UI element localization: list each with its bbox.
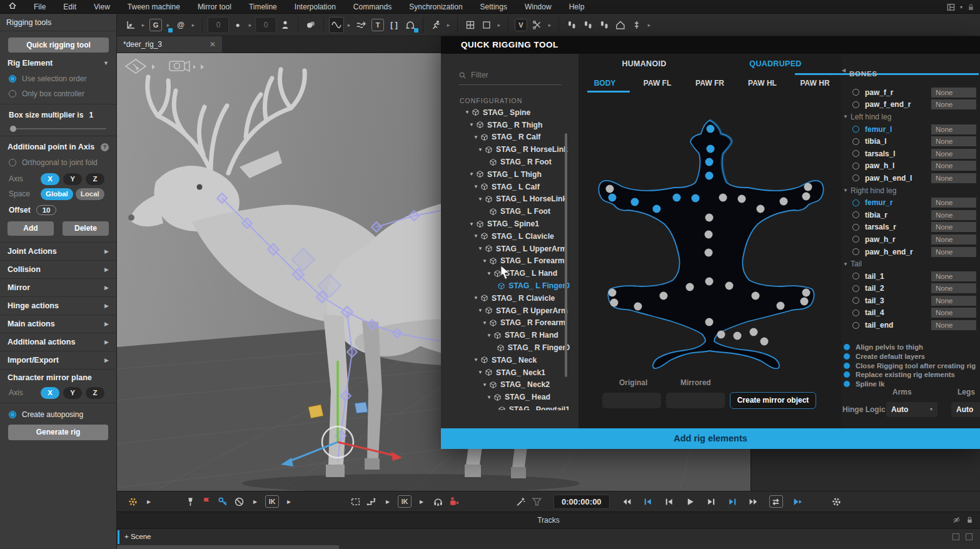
- menu-commands[interactable]: Commands: [345, 0, 400, 14]
- audio-sync-icon[interactable]: [430, 493, 446, 510]
- menu-view[interactable]: View: [85, 0, 119, 14]
- mirror-pills-y[interactable]: Y: [63, 387, 82, 399]
- bone-row-tail-4[interactable]: tail_4None: [841, 307, 980, 320]
- tree-item-stag-r-upperarm[interactable]: ▼STAG_ R UpperArm: [441, 305, 570, 317]
- bone-mapping-select[interactable]: None: [931, 234, 976, 244]
- mirrored-input[interactable]: [666, 393, 725, 408]
- dropdown-arrow[interactable]: ▸: [189, 17, 197, 33]
- joint-dot[interactable]: [705, 214, 714, 222]
- joint-dot[interactable]: [757, 205, 765, 213]
- expand-caret-icon[interactable]: ▼: [487, 395, 493, 400]
- joint-dot[interactable]: [738, 195, 746, 203]
- bone-row-tail-2[interactable]: tail_2None: [841, 283, 980, 295]
- subtab-body[interactable]: BODY: [578, 74, 631, 93]
- menu-help[interactable]: Help: [560, 0, 594, 14]
- space-pills-global[interactable]: Global: [41, 188, 73, 200]
- tree-item-stag-l-thigh[interactable]: ▼STAG_ L Thigh: [441, 168, 570, 181]
- rewind-button[interactable]: [619, 493, 635, 510]
- expand-caret-icon[interactable]: ▼: [482, 382, 489, 388]
- legs-hinge-select[interactable]: Auto: [951, 402, 980, 417]
- expand-caret-icon[interactable]: ▼: [473, 184, 480, 189]
- prev-frame-button[interactable]: [661, 493, 677, 510]
- subtab-paw-fr[interactable]: PAW FR: [684, 74, 736, 93]
- bone-row-tibia-l[interactable]: tibia_lNone: [841, 135, 980, 148]
- bone-mapping-select[interactable]: None: [931, 99, 976, 109]
- tree-item-stag-spine1[interactable]: ▼STAG_ Spine1: [441, 218, 570, 230]
- joint-dot[interactable]: [692, 194, 700, 203]
- tab-quadruped[interactable]: QUADRUPED: [710, 54, 841, 74]
- expand-caret-icon[interactable]: ▼: [487, 271, 493, 276]
- sidebar-section-main-actions[interactable]: Main actions▶: [0, 315, 116, 333]
- autoposing-spiral-icon[interactable]: @: [173, 17, 188, 33]
- dropdown-arrow[interactable]: ▸: [164, 17, 172, 33]
- bone-mapping-select[interactable]: None: [931, 222, 976, 232]
- bone-mapping-select[interactable]: None: [931, 271, 976, 281]
- character-icon[interactable]: [278, 17, 293, 33]
- menu-timeline[interactable]: Timeline: [240, 0, 286, 14]
- bone-row-femur-r[interactable]: femur_rNone: [841, 196, 980, 209]
- axis-pills-z[interactable]: Z: [86, 173, 104, 185]
- subtab-paw-fl[interactable]: PAW FL: [631, 74, 684, 93]
- dropdown-arrow[interactable]: ▸: [345, 17, 353, 33]
- expand-caret-icon[interactable]: ▼: [478, 196, 485, 202]
- subtab-paw-hr[interactable]: PAW HR: [789, 74, 841, 93]
- dropdown-arrow[interactable]: ▸: [246, 17, 254, 33]
- slider-knob[interactable]: [10, 126, 16, 132]
- bone-mapping-select[interactable]: None: [931, 210, 976, 220]
- joint-dot[interactable]: [705, 231, 713, 239]
- tree-item-stag-r-hand[interactable]: ▼STAG_ R Hand: [441, 329, 570, 341]
- bone-mapping-select[interactable]: None: [931, 296, 976, 306]
- sidebar-section-joint-actions[interactable]: Joint Actions▶: [0, 242, 116, 260]
- tree-item-stag-r-calf[interactable]: ▼STAG_ R Calf: [441, 131, 570, 144]
- tolerance-input[interactable]: 0: [208, 17, 229, 33]
- arch-tool-icon[interactable]: [403, 17, 418, 33]
- joint-dot[interactable]: [634, 303, 642, 311]
- delete-button[interactable]: Delete: [63, 221, 109, 236]
- rig-element-header[interactable]: Rig Element▼: [0, 55, 116, 71]
- joint-dot[interactable]: [609, 194, 617, 202]
- jump-start-button[interactable]: [640, 493, 656, 510]
- document-tab[interactable]: *deer_rig_3 ✕: [117, 36, 222, 53]
- joint-dot[interactable]: [673, 194, 681, 202]
- tree-item-stag-spine[interactable]: ▼STAG_ Spine: [441, 106, 570, 119]
- sidebar-section-collision[interactable]: Collision▶: [0, 260, 116, 278]
- ik-mode2-icon[interactable]: IK: [398, 495, 412, 508]
- bone-group-tail[interactable]: ▼Tail: [841, 258, 980, 270]
- bone-mapping-select[interactable]: None: [931, 136, 976, 146]
- bone-mapping-select[interactable]: None: [931, 320, 976, 330]
- global-mode-icon[interactable]: G: [149, 19, 162, 31]
- tree-item-stag-r-horselink[interactable]: ▼STAG_ R HorseLink: [441, 143, 570, 156]
- offset-value-field[interactable]: 10: [36, 205, 57, 215]
- joint-dot[interactable]: [705, 278, 714, 286]
- home-icon[interactable]: [0, 1, 25, 12]
- joint-dot[interactable]: [606, 185, 614, 193]
- menu-interpolation[interactable]: Interpolation: [286, 0, 345, 14]
- loop-toggle[interactable]: [769, 495, 783, 508]
- menu-synchronization[interactable]: Synchronization: [400, 0, 471, 14]
- footsteps-icon[interactable]: [564, 17, 579, 33]
- step-interp-icon[interactable]: [363, 493, 380, 510]
- expand-caret-icon[interactable]: ▼: [473, 233, 480, 239]
- create-autoposing-row[interactable]: Create autoposing: [0, 406, 116, 423]
- shapes-icon[interactable]: [303, 17, 318, 33]
- select-range-icon[interactable]: [347, 493, 363, 510]
- joint-dot[interactable]: [631, 198, 639, 206]
- bone-group-left-hind-leg[interactable]: ▼Left hind leg: [841, 111, 980, 123]
- sidebar-section-additional-actions[interactable]: Additional actions▶: [0, 333, 116, 351]
- tree-item-stag-l-horselink[interactable]: ▼STAG_ L HorseLink: [441, 193, 570, 206]
- joint-dot[interactable]: [750, 328, 758, 336]
- arms-hinge-select[interactable]: Auto▾: [886, 402, 937, 417]
- expand-caret-icon[interactable]: ▼: [482, 320, 489, 326]
- bone-mapping-select[interactable]: None: [931, 308, 976, 318]
- pose-axis-icon[interactable]: [123, 17, 138, 33]
- joint-dot[interactable]: [707, 145, 715, 153]
- expand-caret-icon[interactable]: ▼: [478, 147, 485, 153]
- bone-mapping-select[interactable]: None: [931, 173, 976, 183]
- bone-row-paw-h-r[interactable]: paw_h_rNone: [841, 233, 980, 246]
- option-create-default-layers[interactable]: Create default layers: [844, 352, 980, 361]
- add-button[interactable]: Add: [8, 221, 54, 236]
- joint-dot[interactable]: [610, 299, 619, 307]
- interpolation-wave-icon[interactable]: [329, 17, 344, 33]
- expand-caret-icon[interactable]: ▼: [478, 246, 485, 251]
- menu-window[interactable]: Window: [516, 0, 560, 14]
